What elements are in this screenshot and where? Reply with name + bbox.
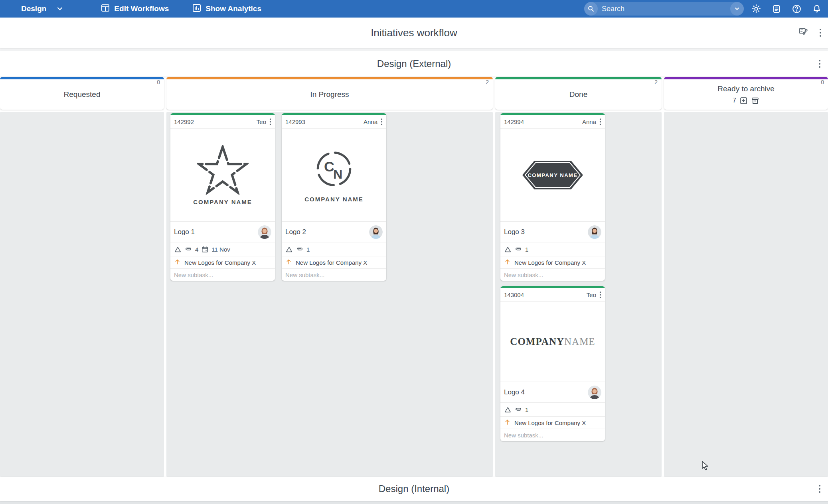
lane-title: Design (External) (0, 51, 828, 77)
parent-arrow-icon (504, 258, 511, 266)
card-assignee: Teo (587, 291, 596, 298)
card-title: Logo 1 (174, 228, 195, 236)
show-analytics-button[interactable]: Show Analytics (192, 3, 261, 15)
help-icon[interactable] (792, 4, 802, 14)
column-name: Requested (64, 90, 101, 99)
due-date: 11 Nov (211, 246, 230, 253)
new-subtask-input[interactable]: New subtask... (170, 269, 275, 281)
card-id: 142992 (174, 118, 257, 125)
search-input[interactable] (598, 5, 730, 13)
new-subtask-input[interactable]: New subtask... (282, 269, 386, 281)
column-headers: 0 Requested 2 In Progress 2 Done 0 Ready… (0, 77, 828, 110)
priority-triangle-icon (504, 246, 512, 253)
search-icon[interactable] (584, 2, 598, 16)
card-menu-kebab-icon[interactable] (599, 118, 601, 126)
attachment-paperclip-icon (296, 245, 304, 253)
parent-task-label: New Logos for Company X (514, 259, 586, 266)
card-menu-kebab-icon[interactable] (381, 118, 383, 126)
logo-letter: N (333, 167, 342, 181)
attachment-paperclip-icon (514, 245, 522, 253)
logo-text: COMPANY NAME (193, 199, 252, 205)
parent-task-link[interactable]: New Logos for Company X (170, 256, 275, 269)
nav-menu: Edit Workflows Show Analytics (101, 3, 261, 15)
new-subtask-placeholder: New subtask... (504, 272, 543, 278)
card-142992[interactable]: 142992 Teo COMPANY NAME Logo 1 (170, 113, 275, 281)
card-assignee: Anna (582, 118, 596, 125)
page-title: Initiatives workflow (0, 18, 828, 48)
search-bar (584, 2, 744, 16)
parent-arrow-icon (174, 258, 181, 266)
settings-gear-icon[interactable] (751, 4, 761, 14)
attachment-paperclip-icon (184, 245, 192, 253)
parent-task-label: New Logos for Company X (296, 259, 367, 266)
logo-text: COMPANY NAME (528, 172, 577, 178)
horizontal-scrollbar[interactable] (0, 501, 828, 504)
priority-triangle-icon (504, 406, 512, 413)
priority-triangle-icon (285, 246, 293, 253)
new-subtask-placeholder: New subtask... (174, 272, 213, 278)
archive-in-icon[interactable] (739, 96, 748, 105)
card-142993[interactable]: 142993 Anna C N COMPANY NAME Logo 2 (282, 113, 386, 281)
parent-task-link[interactable]: New Logos for Company X (500, 417, 605, 429)
search-options-chevron-icon[interactable] (730, 2, 744, 16)
lane-header-design-internal: Design (Internal) (0, 477, 828, 501)
lane-title: Design (Internal) (0, 477, 828, 501)
card-logo-star: COMPANY NAME (170, 129, 275, 222)
column-name: In Progress (310, 90, 349, 99)
nav-right (584, 0, 828, 18)
column-count: 0 (821, 79, 824, 85)
card-143004[interactable]: 143004 Teo COMPANYNAME Logo 4 (500, 286, 605, 441)
board-menu-kebab-icon[interactable] (819, 28, 822, 37)
parent-task-label: New Logos for Company X (184, 259, 256, 266)
card-menu-kebab-icon[interactable] (269, 118, 271, 126)
show-analytics-label: Show Analytics (206, 4, 261, 13)
notifications-bell-icon[interactable] (812, 4, 822, 14)
bar-chart-icon (192, 3, 202, 15)
parent-task-link[interactable]: New Logos for Company X (282, 256, 386, 269)
logo-text-bold: COMPANY (510, 336, 564, 347)
column-count: 0 (157, 79, 160, 85)
avatar (588, 225, 601, 239)
card-menu-kebab-icon[interactable] (599, 291, 601, 299)
board-columns-icon (101, 3, 110, 15)
parent-task-link[interactable]: New Logos for Company X (500, 256, 605, 269)
card-142994[interactable]: 142994 Anna COMPANY NAME Logo 3 (500, 113, 605, 281)
column-body-requested (0, 112, 164, 477)
archive-box-icon[interactable] (751, 96, 759, 105)
card-id: 143004 (504, 291, 587, 298)
column-header-requested: 0 Requested (0, 77, 164, 110)
clipboard-icon[interactable] (772, 4, 781, 14)
logo-text: COMPANY NAME (304, 196, 364, 203)
edit-workflows-label: Edit Workflows (114, 4, 169, 13)
column-header-done: 2 Done (495, 77, 662, 110)
attachment-count: 1 (525, 406, 528, 413)
card-title: Logo 4 (504, 388, 525, 396)
column-body-in-progress: 142992 Teo COMPANY NAME Logo 1 (166, 112, 493, 477)
lane-header-design-external: Design (External) (0, 51, 828, 77)
attachment-count: 4 (195, 246, 198, 253)
column-name: Ready to archive (717, 85, 775, 93)
column-name: Done (569, 90, 587, 99)
column-count: 2 (486, 79, 489, 85)
avatar (588, 386, 601, 399)
card-assignee: Anna (364, 118, 377, 125)
calendar-icon (201, 246, 209, 253)
lane-menu-kebab-icon[interactable] (818, 59, 821, 69)
parent-task-label: New Logos for Company X (514, 419, 586, 426)
edit-workflows-button[interactable]: Edit Workflows (101, 3, 169, 15)
new-subtask-input[interactable]: New subtask... (500, 269, 605, 281)
nav-icons (751, 4, 822, 14)
new-subtask-placeholder: New subtask... (285, 272, 324, 278)
attachment-count: 1 (525, 246, 528, 253)
mouse-cursor (702, 461, 711, 473)
column-header-ready-to-archive: 0 Ready to archive 7 (664, 77, 828, 110)
parent-arrow-icon (504, 419, 511, 427)
card-logo-cn-circle: C N COMPANY NAME (282, 129, 386, 222)
board-header: Initiatives workflow (0, 18, 828, 48)
lane-menu-kebab-icon[interactable] (818, 484, 821, 494)
board-selector[interactable]: Design (21, 4, 64, 13)
new-subtask-input[interactable]: New subtask... (500, 429, 605, 441)
priority-triangle-icon (174, 246, 182, 253)
top-nav: Design Edit Workflows Show Analytics (0, 0, 828, 18)
board-settings-icon[interactable] (798, 27, 809, 39)
